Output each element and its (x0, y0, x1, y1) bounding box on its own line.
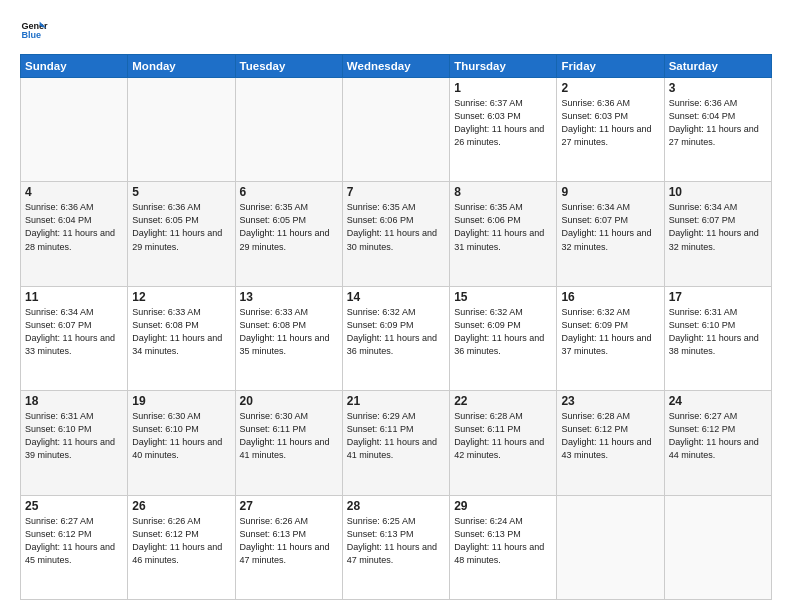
header: General Blue (20, 16, 772, 44)
logo: General Blue (20, 16, 52, 44)
cell-info: Sunrise: 6:31 AM Sunset: 6:10 PM Dayligh… (25, 410, 123, 462)
cell-info: Sunrise: 6:36 AM Sunset: 6:05 PM Dayligh… (132, 201, 230, 253)
calendar-cell: 23Sunrise: 6:28 AM Sunset: 6:12 PM Dayli… (557, 391, 664, 495)
cell-info: Sunrise: 6:31 AM Sunset: 6:10 PM Dayligh… (669, 306, 767, 358)
day-number: 17 (669, 290, 767, 304)
cell-info: Sunrise: 6:34 AM Sunset: 6:07 PM Dayligh… (669, 201, 767, 253)
cell-info: Sunrise: 6:34 AM Sunset: 6:07 PM Dayligh… (561, 201, 659, 253)
day-number: 16 (561, 290, 659, 304)
page: General Blue SundayMondayTuesdayWednesda… (0, 0, 792, 612)
day-number: 6 (240, 185, 338, 199)
cell-info: Sunrise: 6:36 AM Sunset: 6:04 PM Dayligh… (669, 97, 767, 149)
calendar-cell: 5Sunrise: 6:36 AM Sunset: 6:05 PM Daylig… (128, 182, 235, 286)
calendar-cell: 26Sunrise: 6:26 AM Sunset: 6:12 PM Dayli… (128, 495, 235, 599)
day-number: 28 (347, 499, 445, 513)
calendar-cell (557, 495, 664, 599)
day-number: 9 (561, 185, 659, 199)
calendar-cell (235, 78, 342, 182)
cell-info: Sunrise: 6:30 AM Sunset: 6:10 PM Dayligh… (132, 410, 230, 462)
calendar-cell: 7Sunrise: 6:35 AM Sunset: 6:06 PM Daylig… (342, 182, 449, 286)
cell-info: Sunrise: 6:28 AM Sunset: 6:11 PM Dayligh… (454, 410, 552, 462)
cell-info: Sunrise: 6:35 AM Sunset: 6:06 PM Dayligh… (454, 201, 552, 253)
cell-info: Sunrise: 6:27 AM Sunset: 6:12 PM Dayligh… (669, 410, 767, 462)
day-number: 1 (454, 81, 552, 95)
calendar-cell: 20Sunrise: 6:30 AM Sunset: 6:11 PM Dayli… (235, 391, 342, 495)
calendar-cell: 17Sunrise: 6:31 AM Sunset: 6:10 PM Dayli… (664, 286, 771, 390)
cell-info: Sunrise: 6:27 AM Sunset: 6:12 PM Dayligh… (25, 515, 123, 567)
calendar-cell (21, 78, 128, 182)
calendar-header-row: SundayMondayTuesdayWednesdayThursdayFrid… (21, 55, 772, 78)
logo-icon: General Blue (20, 16, 48, 44)
cell-info: Sunrise: 6:36 AM Sunset: 6:03 PM Dayligh… (561, 97, 659, 149)
day-number: 20 (240, 394, 338, 408)
day-number: 11 (25, 290, 123, 304)
calendar-cell: 25Sunrise: 6:27 AM Sunset: 6:12 PM Dayli… (21, 495, 128, 599)
cell-info: Sunrise: 6:25 AM Sunset: 6:13 PM Dayligh… (347, 515, 445, 567)
day-number: 10 (669, 185, 767, 199)
day-number: 2 (561, 81, 659, 95)
calendar-cell: 13Sunrise: 6:33 AM Sunset: 6:08 PM Dayli… (235, 286, 342, 390)
day-number: 3 (669, 81, 767, 95)
day-number: 21 (347, 394, 445, 408)
calendar-cell: 22Sunrise: 6:28 AM Sunset: 6:11 PM Dayli… (450, 391, 557, 495)
col-header-wednesday: Wednesday (342, 55, 449, 78)
calendar-table: SundayMondayTuesdayWednesdayThursdayFrid… (20, 54, 772, 600)
day-number: 24 (669, 394, 767, 408)
calendar-cell: 8Sunrise: 6:35 AM Sunset: 6:06 PM Daylig… (450, 182, 557, 286)
calendar-week-5: 25Sunrise: 6:27 AM Sunset: 6:12 PM Dayli… (21, 495, 772, 599)
calendar-week-4: 18Sunrise: 6:31 AM Sunset: 6:10 PM Dayli… (21, 391, 772, 495)
calendar-cell: 10Sunrise: 6:34 AM Sunset: 6:07 PM Dayli… (664, 182, 771, 286)
day-number: 7 (347, 185, 445, 199)
day-number: 29 (454, 499, 552, 513)
calendar-cell: 2Sunrise: 6:36 AM Sunset: 6:03 PM Daylig… (557, 78, 664, 182)
cell-info: Sunrise: 6:29 AM Sunset: 6:11 PM Dayligh… (347, 410, 445, 462)
day-number: 8 (454, 185, 552, 199)
calendar-cell: 18Sunrise: 6:31 AM Sunset: 6:10 PM Dayli… (21, 391, 128, 495)
day-number: 22 (454, 394, 552, 408)
calendar-cell (342, 78, 449, 182)
col-header-thursday: Thursday (450, 55, 557, 78)
cell-info: Sunrise: 6:30 AM Sunset: 6:11 PM Dayligh… (240, 410, 338, 462)
cell-info: Sunrise: 6:32 AM Sunset: 6:09 PM Dayligh… (561, 306, 659, 358)
col-header-saturday: Saturday (664, 55, 771, 78)
cell-info: Sunrise: 6:35 AM Sunset: 6:05 PM Dayligh… (240, 201, 338, 253)
cell-info: Sunrise: 6:34 AM Sunset: 6:07 PM Dayligh… (25, 306, 123, 358)
col-header-friday: Friday (557, 55, 664, 78)
day-number: 4 (25, 185, 123, 199)
day-number: 18 (25, 394, 123, 408)
day-number: 27 (240, 499, 338, 513)
day-number: 25 (25, 499, 123, 513)
day-number: 5 (132, 185, 230, 199)
day-number: 19 (132, 394, 230, 408)
cell-info: Sunrise: 6:32 AM Sunset: 6:09 PM Dayligh… (454, 306, 552, 358)
day-number: 15 (454, 290, 552, 304)
cell-info: Sunrise: 6:26 AM Sunset: 6:13 PM Dayligh… (240, 515, 338, 567)
calendar-cell: 29Sunrise: 6:24 AM Sunset: 6:13 PM Dayli… (450, 495, 557, 599)
calendar-cell: 3Sunrise: 6:36 AM Sunset: 6:04 PM Daylig… (664, 78, 771, 182)
calendar-week-1: 1Sunrise: 6:37 AM Sunset: 6:03 PM Daylig… (21, 78, 772, 182)
calendar-cell: 27Sunrise: 6:26 AM Sunset: 6:13 PM Dayli… (235, 495, 342, 599)
cell-info: Sunrise: 6:28 AM Sunset: 6:12 PM Dayligh… (561, 410, 659, 462)
cell-info: Sunrise: 6:33 AM Sunset: 6:08 PM Dayligh… (132, 306, 230, 358)
calendar-cell: 9Sunrise: 6:34 AM Sunset: 6:07 PM Daylig… (557, 182, 664, 286)
cell-info: Sunrise: 6:37 AM Sunset: 6:03 PM Dayligh… (454, 97, 552, 149)
cell-info: Sunrise: 6:24 AM Sunset: 6:13 PM Dayligh… (454, 515, 552, 567)
calendar-week-2: 4Sunrise: 6:36 AM Sunset: 6:04 PM Daylig… (21, 182, 772, 286)
calendar-cell: 16Sunrise: 6:32 AM Sunset: 6:09 PM Dayli… (557, 286, 664, 390)
calendar-cell: 6Sunrise: 6:35 AM Sunset: 6:05 PM Daylig… (235, 182, 342, 286)
cell-info: Sunrise: 6:33 AM Sunset: 6:08 PM Dayligh… (240, 306, 338, 358)
calendar-cell (128, 78, 235, 182)
calendar-cell (664, 495, 771, 599)
calendar-week-3: 11Sunrise: 6:34 AM Sunset: 6:07 PM Dayli… (21, 286, 772, 390)
col-header-monday: Monday (128, 55, 235, 78)
day-number: 14 (347, 290, 445, 304)
day-number: 23 (561, 394, 659, 408)
calendar-cell: 1Sunrise: 6:37 AM Sunset: 6:03 PM Daylig… (450, 78, 557, 182)
calendar-cell: 19Sunrise: 6:30 AM Sunset: 6:10 PM Dayli… (128, 391, 235, 495)
calendar-cell: 28Sunrise: 6:25 AM Sunset: 6:13 PM Dayli… (342, 495, 449, 599)
cell-info: Sunrise: 6:35 AM Sunset: 6:06 PM Dayligh… (347, 201, 445, 253)
calendar-cell: 11Sunrise: 6:34 AM Sunset: 6:07 PM Dayli… (21, 286, 128, 390)
cell-info: Sunrise: 6:26 AM Sunset: 6:12 PM Dayligh… (132, 515, 230, 567)
svg-text:Blue: Blue (21, 30, 41, 40)
cell-info: Sunrise: 6:36 AM Sunset: 6:04 PM Dayligh… (25, 201, 123, 253)
